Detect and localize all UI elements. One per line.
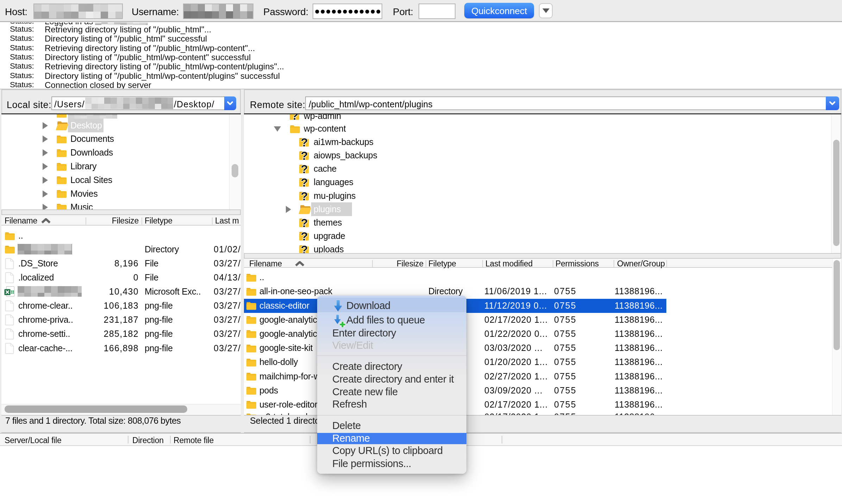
svg-text:?: ?: [301, 231, 308, 241]
svg-text:?: ?: [301, 151, 308, 160]
svg-text:?: ?: [301, 191, 308, 201]
svg-text:?: ?: [301, 137, 308, 147]
svg-text:?: ?: [301, 164, 308, 174]
svg-text:?: ?: [301, 218, 308, 228]
svg-text:?: ?: [301, 245, 308, 254]
svg-text:?: ?: [301, 177, 308, 187]
svg-text:?: ?: [291, 114, 298, 120]
